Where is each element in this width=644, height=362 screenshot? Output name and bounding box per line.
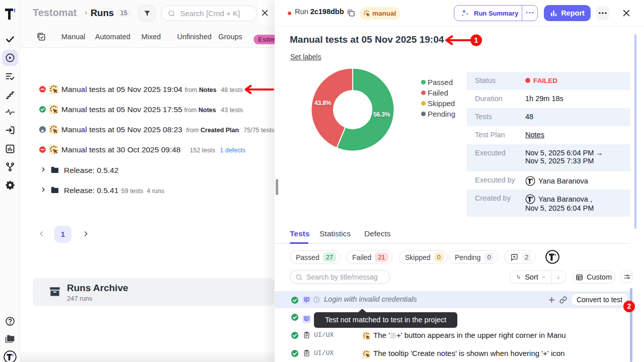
svg-text:43.8%: 43.8% [314, 100, 332, 107]
svg-text:1: 1 [474, 36, 478, 44]
svg-text:56.3%: 56.3% [373, 111, 390, 118]
